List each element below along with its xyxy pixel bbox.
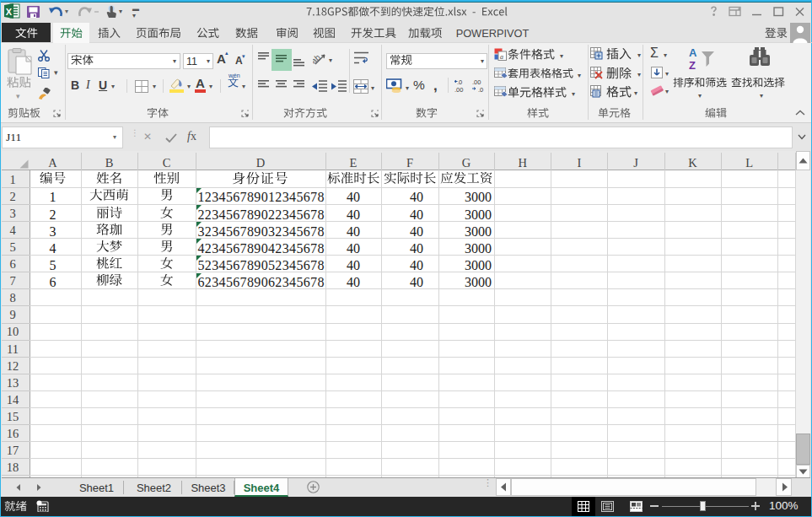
svg-text:a: a bbox=[500, 53, 503, 61]
svg-text:Z: Z bbox=[689, 59, 696, 70]
svg-text:.00: .00 bbox=[454, 86, 463, 94]
svg-text:X: X bbox=[6, 7, 13, 17]
svg-text:A: A bbox=[689, 46, 697, 59]
svg-text:.0: .0 bbox=[478, 86, 483, 94]
